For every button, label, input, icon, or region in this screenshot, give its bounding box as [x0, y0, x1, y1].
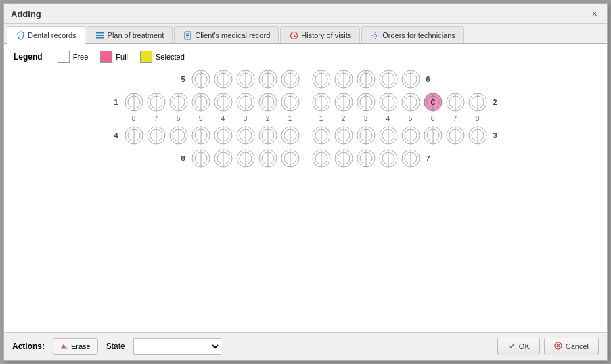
- tooth-47[interactable]: [145, 124, 167, 146]
- teeth-row-7: [311, 147, 422, 169]
- tooth-45[interactable]: [190, 124, 212, 146]
- svg-text:C: C: [430, 99, 435, 106]
- tooth-38[interactable]: [467, 124, 489, 146]
- legend-area: Legend Free Full Selected: [14, 51, 597, 63]
- tab-orders[interactable]: Orders for technicians: [361, 26, 464, 43]
- tooth-75[interactable]: [400, 147, 422, 169]
- teeth-row-6-top: [311, 68, 422, 90]
- tooth-63[interactable]: [355, 68, 377, 90]
- tooth-62[interactable]: [333, 68, 355, 90]
- tooth-42[interactable]: [257, 124, 279, 146]
- tooth-82[interactable]: [257, 147, 279, 169]
- tooth-11[interactable]: [279, 91, 301, 113]
- tooth-41[interactable]: [279, 124, 301, 146]
- tooth-21[interactable]: [311, 91, 332, 113]
- row-lower-8-7: 8 7: [177, 147, 435, 169]
- tooth-74[interactable]: [378, 147, 399, 169]
- tooth-71[interactable]: [311, 147, 332, 169]
- erase-button[interactable]: Erase: [53, 338, 98, 355]
- row-lower-4-3: 4: [110, 124, 502, 146]
- tooth-13[interactable]: [235, 91, 256, 113]
- tooth-15[interactable]: [190, 91, 212, 113]
- tab-history-label: History of visits: [301, 31, 351, 39]
- tooth-43[interactable]: [235, 124, 256, 146]
- tab-history[interactable]: History of visits: [280, 26, 360, 43]
- tooth-34[interactable]: [378, 124, 399, 146]
- tooth-46[interactable]: [168, 124, 189, 146]
- dialog-titlebar: Adding ×: [4, 4, 607, 24]
- list-icon: [95, 30, 105, 40]
- tab-plan-label: Plan of treatment: [108, 31, 164, 39]
- teeth-q2: C: [311, 91, 489, 113]
- state-select[interactable]: [133, 338, 221, 355]
- tooth-64[interactable]: [378, 68, 399, 90]
- legend-full-label: Full: [116, 53, 128, 61]
- teeth-q3: [311, 124, 489, 146]
- tab-medical-label: Client's medical record: [195, 31, 270, 39]
- legend-title: Legend: [14, 52, 43, 62]
- adding-dialog: Adding × Dental records Plan of treatmen…: [3, 3, 608, 361]
- tooth-18[interactable]: [123, 91, 145, 113]
- tooth-22[interactable]: [333, 91, 355, 113]
- tooth-26-special[interactable]: C: [422, 91, 444, 113]
- tooth-84[interactable]: [212, 147, 234, 169]
- tab-orders-label: Orders for technicians: [382, 31, 455, 39]
- tooth-48[interactable]: [123, 124, 145, 146]
- tooth-16[interactable]: [168, 91, 189, 113]
- ok-button[interactable]: OK: [497, 338, 540, 355]
- quad-4-label: 4: [110, 131, 123, 139]
- svg-line-9: [294, 35, 296, 37]
- tooth-32[interactable]: [333, 124, 355, 146]
- tooth-54[interactable]: [212, 68, 234, 90]
- erase-icon: [60, 342, 68, 351]
- tab-dental[interactable]: Dental records: [7, 26, 85, 44]
- legend-free-box: [58, 51, 70, 63]
- ok-check-icon: [507, 342, 516, 351]
- tooth-17[interactable]: [145, 91, 167, 113]
- tooth-51[interactable]: [279, 68, 301, 90]
- tooth-37[interactable]: [445, 124, 466, 146]
- tab-medical[interactable]: Client's medical record: [174, 26, 279, 43]
- tooth-28[interactable]: [467, 91, 489, 113]
- actions-label: Actions:: [12, 342, 45, 351]
- cancel-label: Cancel: [566, 342, 589, 350]
- tooth-31[interactable]: [311, 124, 332, 146]
- tooth-85[interactable]: [190, 147, 212, 169]
- svg-rect-1: [96, 35, 104, 36]
- quad-7-label: 7: [422, 154, 435, 162]
- tooth-12[interactable]: [257, 91, 279, 113]
- cancel-button[interactable]: Cancel: [544, 338, 599, 355]
- tooth-55[interactable]: [190, 68, 212, 90]
- close-button[interactable]: ×: [589, 8, 600, 19]
- svg-rect-0: [96, 32, 104, 34]
- tooth-61[interactable]: [311, 68, 332, 90]
- tooth-35[interactable]: [400, 124, 422, 146]
- tooth-24[interactable]: [378, 91, 399, 113]
- quad-5-label: 5: [177, 75, 190, 83]
- teeth-row-5: [190, 68, 301, 90]
- legend-selected-label: Selected: [156, 53, 185, 61]
- tooth-14[interactable]: [212, 91, 234, 113]
- gear-icon: [370, 30, 380, 40]
- tooth-81[interactable]: [279, 147, 301, 169]
- teeth-row-8: [190, 147, 301, 169]
- tooth-73[interactable]: [355, 147, 377, 169]
- tooth-65[interactable]: [400, 68, 422, 90]
- cancel-icon: [554, 342, 562, 351]
- tooth-52[interactable]: [257, 68, 279, 90]
- tooth-33[interactable]: [355, 124, 377, 146]
- tooth-23[interactable]: [355, 91, 377, 113]
- tooth-36[interactable]: [422, 124, 444, 146]
- ok-label: OK: [519, 342, 530, 350]
- row-upper-1-2: 1: [110, 91, 502, 113]
- legend-full-box: [100, 51, 112, 63]
- tooth-44[interactable]: [212, 124, 234, 146]
- tooth-25[interactable]: [400, 91, 422, 113]
- tooth-27[interactable]: [445, 91, 466, 113]
- tooth-53[interactable]: [235, 68, 256, 90]
- tab-plan[interactable]: Plan of treatment: [87, 26, 173, 43]
- tooth-83[interactable]: [235, 147, 256, 169]
- tooth-72[interactable]: [333, 147, 355, 169]
- svg-rect-2: [96, 37, 104, 39]
- legend-selected-box: [140, 51, 152, 63]
